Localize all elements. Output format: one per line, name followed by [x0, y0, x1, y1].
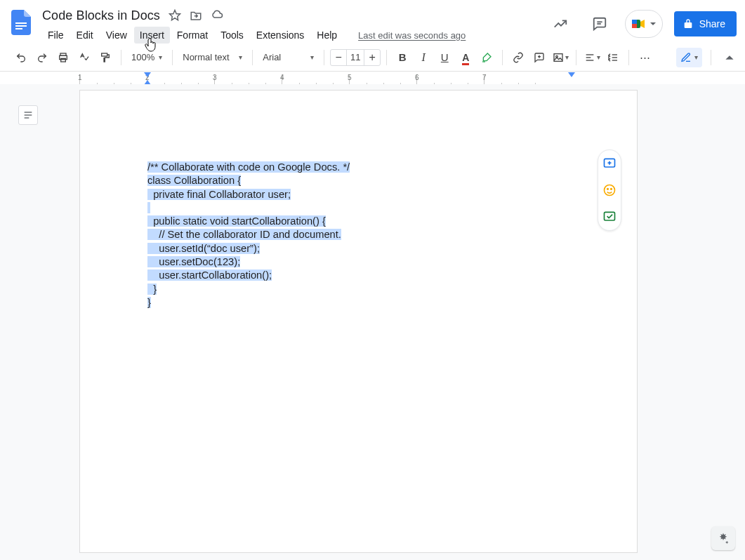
svg-rect-17	[554, 53, 562, 61]
toolbar-separator	[386, 50, 387, 65]
menu-format[interactable]: Format	[171, 27, 213, 44]
font-size-increase-button[interactable]: +	[364, 51, 380, 64]
svg-rect-14	[102, 53, 107, 56]
activity-icon[interactable]	[546, 10, 574, 38]
redo-button[interactable]	[32, 48, 52, 67]
svg-point-35	[611, 189, 612, 190]
spellcheck-button[interactable]	[74, 48, 94, 67]
svg-rect-1	[15, 25, 27, 27]
line-spacing-button[interactable]	[603, 48, 623, 67]
share-button[interactable]: Share	[674, 11, 737, 36]
more-toolbar-button[interactable]: ⋯	[635, 48, 654, 67]
appbar-right: Share	[546, 6, 737, 38]
explore-button[interactable]	[711, 526, 735, 550]
horizontal-ruler[interactable]: 1234567	[0, 72, 745, 86]
chevron-down-icon: ▾	[310, 53, 314, 61]
hide-menus-button[interactable]	[720, 48, 739, 67]
comments-icon[interactable]	[586, 10, 614, 38]
document-title[interactable]: Code Blocks in Docs	[42, 8, 160, 23]
code-line[interactable]: private final Collaborator user;	[147, 188, 350, 201]
toolbar-separator	[576, 50, 576, 65]
suggest-edits-rail-button[interactable]	[600, 208, 619, 226]
insert-link-button[interactable]	[508, 48, 528, 67]
docs-logo[interactable]	[8, 6, 34, 39]
title-area: Code Blocks in Docs File Edit View Inser…	[42, 6, 466, 44]
insert-image-button[interactable]: ▾	[550, 48, 570, 67]
svg-rect-36	[605, 212, 615, 220]
code-line[interactable]: /** Collaborate with code on Google Docs…	[147, 161, 350, 174]
align-button[interactable]: ▾	[582, 48, 602, 67]
editing-mode-button[interactable]: ▾	[676, 48, 702, 67]
svg-rect-0	[15, 22, 27, 24]
add-comment-rail-button[interactable]	[600, 154, 619, 173]
svg-rect-8	[632, 20, 637, 24]
toolbar-separator	[121, 50, 121, 65]
first-line-indent-marker[interactable]	[144, 72, 151, 77]
chevron-down-icon: ▾	[694, 53, 698, 61]
paint-format-button[interactable]	[95, 48, 115, 67]
text-color-button[interactable]: A	[456, 48, 475, 67]
svg-rect-9	[632, 24, 637, 28]
document-outline-button[interactable]	[18, 105, 38, 125]
document-canvas: /** Collaborate with code on Google Docs…	[0, 84, 745, 560]
font-dropdown[interactable]: Arial ▾	[258, 48, 318, 67]
star-icon[interactable]	[169, 9, 181, 22]
svg-point-33	[605, 185, 615, 196]
suggestion-rail	[598, 149, 621, 231]
svg-marker-3	[169, 11, 180, 20]
menu-help[interactable]: Help	[311, 27, 343, 44]
app-header: Code Blocks in Docs File Edit View Inser…	[0, 0, 745, 44]
svg-rect-2	[15, 28, 22, 29]
paragraph-style-value: Normal text	[183, 52, 235, 62]
toolbar-separator	[711, 50, 711, 65]
toolbar-separator	[628, 50, 629, 65]
menu-extensions[interactable]: Extensions	[251, 27, 310, 44]
insert-comment-button[interactable]	[529, 48, 549, 67]
svg-marker-7	[640, 20, 645, 28]
chevron-down-icon: ▾	[239, 53, 242, 61]
move-icon[interactable]	[190, 9, 202, 22]
highlight-button[interactable]	[477, 48, 496, 67]
code-line[interactable]	[147, 201, 350, 215]
zoom-dropdown[interactable]: 100% ▾	[127, 48, 166, 67]
menu-view[interactable]: View	[100, 27, 133, 44]
code-line[interactable]: }	[147, 296, 350, 309]
code-line[interactable]: user.startCollaboration();	[147, 269, 350, 282]
document-content[interactable]: /** Collaborate with code on Google Docs…	[147, 161, 350, 309]
document-page[interactable]: /** Collaborate with code on Google Docs…	[79, 90, 638, 553]
cloud-status-icon[interactable]	[211, 9, 223, 22]
meet-button[interactable]	[625, 10, 663, 38]
font-size-input[interactable]	[346, 50, 364, 65]
chevron-down-icon: ▾	[159, 53, 162, 61]
bold-button[interactable]: B	[393, 48, 412, 67]
zoom-value: 100%	[131, 52, 154, 62]
font-size-control: − +	[330, 49, 381, 66]
paragraph-style-dropdown[interactable]: Normal text ▾	[178, 48, 246, 67]
font-size-decrease-button[interactable]: −	[331, 51, 346, 64]
chevron-down-icon: ▾	[565, 53, 569, 61]
code-line[interactable]: user.setId(“doc user”);	[147, 242, 350, 255]
menu-insert[interactable]: Insert	[134, 27, 170, 44]
underline-button[interactable]: U	[435, 48, 454, 67]
font-value: Arial	[263, 52, 306, 62]
code-line[interactable]: class Collaboration {	[147, 174, 350, 187]
menu-tools[interactable]: Tools	[215, 27, 249, 44]
menubar: File Edit View Insert Format Tools Exten…	[42, 27, 466, 44]
add-emoji-rail-button[interactable]	[600, 181, 619, 199]
toolbar-separator	[172, 50, 173, 65]
code-line[interactable]: // Set the collaborator ID and document.	[147, 228, 350, 241]
toolbar-separator	[252, 50, 253, 65]
code-line[interactable]: }	[147, 283, 350, 296]
italic-button[interactable]: I	[414, 48, 433, 67]
code-line[interactable]: public static void startCollaboration() …	[147, 215, 350, 228]
menu-file[interactable]: File	[42, 27, 70, 44]
print-button[interactable]	[53, 48, 73, 67]
right-indent-marker[interactable]	[568, 72, 575, 77]
last-edit-link[interactable]: Last edit was seconds ago	[358, 30, 466, 41]
undo-button[interactable]	[11, 48, 31, 67]
code-line[interactable]: user.setDoc(123);	[147, 255, 350, 269]
share-button-label: Share	[699, 18, 725, 29]
svg-point-34	[607, 189, 609, 190]
svg-marker-10	[650, 22, 656, 25]
menu-edit[interactable]: Edit	[71, 27, 99, 44]
